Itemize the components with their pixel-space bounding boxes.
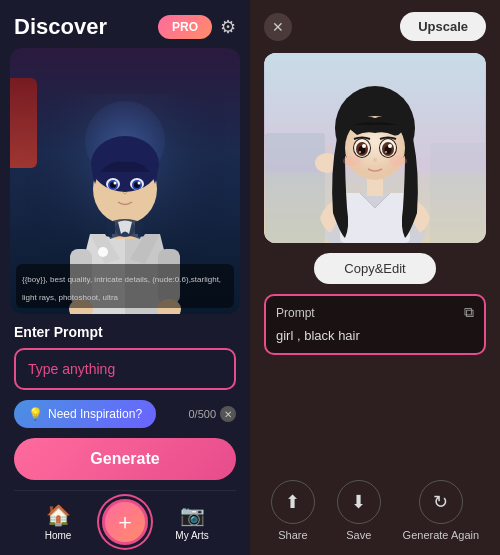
inspiration-row: 💡 Need Inspiration? 0/500 ✕: [14, 400, 236, 428]
prompt-input-text: Type anything: [28, 361, 115, 377]
prompt-section-label: Prompt: [276, 306, 315, 320]
svg-point-47: [385, 151, 387, 153]
pro-button[interactable]: PRO: [158, 15, 212, 39]
close-icon: ✕: [272, 19, 284, 35]
save-action[interactable]: ⬇ Save: [337, 480, 381, 541]
download-icon: ⬇: [351, 491, 366, 513]
nav-home[interactable]: 🏠 Home: [14, 503, 102, 541]
generate-button[interactable]: Generate: [14, 438, 236, 480]
svg-point-18: [114, 182, 117, 185]
nav-home-label: Home: [45, 530, 72, 541]
generate-again-action[interactable]: ↻ Generate Again: [403, 480, 479, 541]
svg-point-19: [138, 182, 141, 185]
svg-point-46: [359, 151, 361, 153]
prompt-text: girl , black hair: [276, 327, 474, 345]
clear-input-button[interactable]: ✕: [220, 406, 236, 422]
prompt-input-wrapper[interactable]: Type anything: [14, 348, 236, 390]
bottom-nav: 🏠 Home ＋ 📷 My Arts: [14, 490, 236, 555]
hero-image-bg: {{boy}}, best quality, intricate details…: [10, 48, 240, 314]
copy-icon: ⧉: [464, 304, 474, 320]
share-icon: ⬆: [285, 491, 300, 513]
generate-again-icon-circle: ↻: [419, 480, 463, 524]
prompt-overlay: {{boy}}, best quality, intricate details…: [16, 264, 234, 308]
bulb-icon: 💡: [28, 407, 43, 421]
home-icon: 🏠: [46, 503, 71, 527]
upscale-button[interactable]: Upscale: [400, 12, 486, 41]
gear-icon: ⚙: [220, 16, 236, 38]
nav-arts-label: My Arts: [175, 530, 208, 541]
svg-point-48: [373, 158, 377, 162]
close-button[interactable]: ✕: [264, 13, 292, 41]
plus-icon: ＋: [114, 507, 136, 537]
bottom-section: Enter Prompt Type anything 💡 Need Inspir…: [0, 314, 250, 555]
hero-image-area: {{boy}}, best quality, intricate details…: [10, 48, 240, 314]
save-icon-circle: ⬇: [337, 480, 381, 524]
result-image-area: [264, 53, 486, 243]
copy-edit-button[interactable]: Copy&Edit: [314, 253, 435, 284]
char-count-text: 0/500: [188, 408, 216, 420]
left-panel: Discover PRO ⚙: [0, 0, 250, 555]
inspiration-button[interactable]: 💡 Need Inspiration?: [14, 400, 156, 428]
svg-point-8: [98, 247, 108, 257]
page-title: Discover: [14, 14, 107, 40]
side-image-strip: [10, 78, 37, 168]
svg-point-45: [388, 144, 392, 148]
anime-girl-image: [264, 53, 486, 243]
prompt-section: Prompt ⧉ girl , black hair: [264, 294, 486, 355]
overlay-prompt-text: {{boy}}, best quality, intricate details…: [22, 275, 221, 302]
share-action[interactable]: ⬆ Share: [271, 480, 315, 541]
anime-girl-svg: [265, 53, 485, 243]
generate-again-label: Generate Again: [403, 529, 479, 541]
share-label: Share: [278, 529, 307, 541]
bottom-actions: ⬆ Share ⬇ Save ↻ Generate Again: [250, 466, 500, 555]
copy-prompt-button[interactable]: ⧉: [464, 304, 474, 321]
nav-create-button[interactable]: ＋: [102, 499, 148, 545]
nav-arts[interactable]: 📷 My Arts: [148, 503, 236, 541]
camera-icon: 📷: [180, 503, 205, 527]
svg-point-44: [362, 144, 366, 148]
left-header: Discover PRO ⚙: [0, 0, 250, 48]
right-panel: ✕ Upscale: [250, 0, 500, 555]
refresh-icon: ↻: [433, 491, 448, 513]
share-icon-circle: ⬆: [271, 480, 315, 524]
save-label: Save: [346, 529, 371, 541]
settings-button[interactable]: ⚙: [220, 16, 236, 38]
char-count-display: 0/500 ✕: [188, 406, 236, 422]
header-right-group: PRO ⚙: [158, 15, 236, 39]
svg-point-49: [343, 156, 361, 166]
right-header: ✕ Upscale: [250, 0, 500, 53]
prompt-label: Enter Prompt: [14, 324, 236, 340]
svg-point-50: [389, 156, 407, 166]
prompt-section-header: Prompt ⧉: [276, 304, 474, 321]
